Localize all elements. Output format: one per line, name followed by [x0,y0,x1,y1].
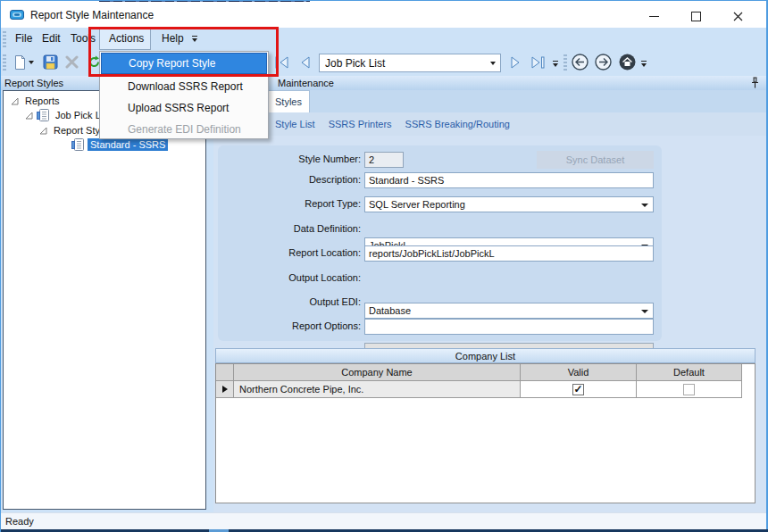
back-button[interactable] [570,52,589,72]
report-type-combo[interactable]: SQL Server Reporting [364,196,654,212]
nav-next-button[interactable] [505,52,525,72]
valid-cell: ✓ [521,381,637,398]
description-field[interactable] [364,172,654,188]
pin-icon[interactable] [751,77,759,89]
home-icon [618,53,637,71]
report-location-label: Report Location: [222,247,361,258]
link-ssrs-printers[interactable]: SSRS Printers [329,119,392,129]
valid-checkbox[interactable]: ✓ [572,384,584,395]
menu-item-upload-ssrs-report[interactable]: Upload SSRS Report [101,97,267,119]
link-ssrs-breaking-routing[interactable]: SSRS Breaking/Routing [405,119,510,129]
sub-navigation: Style List SSRS Printers SSRS Breaking/R… [213,112,766,136]
nav-overflow-icon[interactable] [552,61,559,68]
maintenance-panel: : Styles Style List SSRS Printers SSRS B… [213,90,766,512]
nav-next-icon [508,55,522,70]
data-definition-label: Data Definition: [222,223,361,234]
status-text: Ready [5,516,34,527]
nav-prev-button[interactable] [296,52,315,72]
dropdown-caret-icon [641,204,648,207]
tree-node-reports[interactable]: Reports [11,94,63,108]
nav-last-button[interactable] [528,52,547,72]
nav-prev-icon [298,55,313,70]
status-bar: Ready [1,512,766,529]
default-cell [637,381,742,398]
tab-styles[interactable]: Styles [267,90,310,112]
tree-expander-icon[interactable] [39,127,47,135]
selector-column-header [216,364,234,381]
browse-overflow-icon[interactable] [640,61,647,68]
report-type-label: Report Type: [222,198,361,209]
save-button[interactable] [40,52,60,72]
default-checkbox[interactable] [683,384,695,395]
left-panel-title: Report Styles [4,78,63,88]
nav-toolbar-grip[interactable] [563,54,567,71]
default-column-header[interactable]: Default [637,364,742,381]
dropdown-caret-icon [490,62,496,65]
app-icon [10,8,24,21]
minimize-button[interactable] [640,7,667,25]
output-location-label: Output Location: [222,272,361,283]
annotation-highlight-rectangle [88,27,279,77]
record-selector-combo[interactable]: Job Pick List [319,54,501,72]
forward-icon [594,53,613,71]
row-selector-icon [222,386,228,393]
delete-icon [65,55,79,69]
tab-strip: : Styles [213,90,766,112]
menu-file[interactable]: File [15,32,32,45]
tree-expander-icon[interactable] [25,112,33,120]
company-list-column-headers: Company Name Valid Default [216,364,755,381]
close-icon [733,12,743,21]
maximize-button[interactable] [682,7,709,25]
title-bar: Report Style Maintenance [1,2,766,28]
report-doc-icon [71,138,84,152]
close-button[interactable] [724,7,751,25]
toolbar-grip[interactable] [3,54,6,71]
home-button[interactable] [617,52,637,72]
report-location-field[interactable] [364,245,654,262]
style-number-label: Style Number: [222,154,361,164]
company-list-header: Company List [215,348,755,363]
new-record-dropdown[interactable] [26,52,37,72]
link-style-list[interactable]: Style List [275,119,315,129]
company-list-grid: Company Name Valid Default Northern Conc… [215,363,755,503]
report-style-maintenance-window: Report Style Maintenance File Edit Tools… [0,0,768,532]
company-name-column-header[interactable]: Company Name [234,364,521,381]
description-label: Description: [222,174,361,185]
table-row[interactable]: Northern Concrete Pipe, Inc. ✓ [216,381,755,398]
report-options-field[interactable] [364,319,654,335]
forward-button[interactable] [593,52,613,72]
record-selector-value: Job Pick List [320,57,486,70]
style-form-panel: Style Number: Sync Dataset Description: … [218,145,662,341]
style-number-field[interactable] [364,152,404,168]
back-icon [571,53,589,71]
output-location-combo[interactable]: Database [364,303,654,319]
row-selector-cell[interactable] [216,381,234,398]
dropdown-caret-icon [29,61,34,64]
save-icon [43,54,58,70]
minimize-icon [649,16,659,17]
main-panel-title: Maintenance [278,76,334,90]
output-edi-label: Output EDI: [222,296,361,307]
report-doc-icon [37,109,49,122]
nav-last-icon [530,55,546,70]
delete-button[interactable] [62,52,81,72]
valid-column-header[interactable]: Valid [521,364,637,381]
dropdown-caret-icon [641,310,648,313]
company-name-cell[interactable]: Northern Concrete Pipe, Inc. [234,381,521,398]
menu-item-generate-edi-definition: Generate EDI Definition [101,119,267,140]
sync-dataset-button[interactable]: Sync Dataset [537,151,654,169]
new-document-icon [13,54,27,71]
main-panel-header: Maintenance [213,76,766,90]
maximize-icon [691,12,701,21]
report-options-label: Report Options: [222,320,361,331]
menu-edit[interactable]: Edit [42,32,61,45]
report-styles-tree: Reports Job Pick List Report Styles [3,90,206,510]
window-title: Report Style Maintenance [30,9,154,21]
menu-item-download-ssrs-report[interactable]: Download SSRS Report [101,76,267,97]
tree-expander-icon[interactable] [11,97,19,105]
